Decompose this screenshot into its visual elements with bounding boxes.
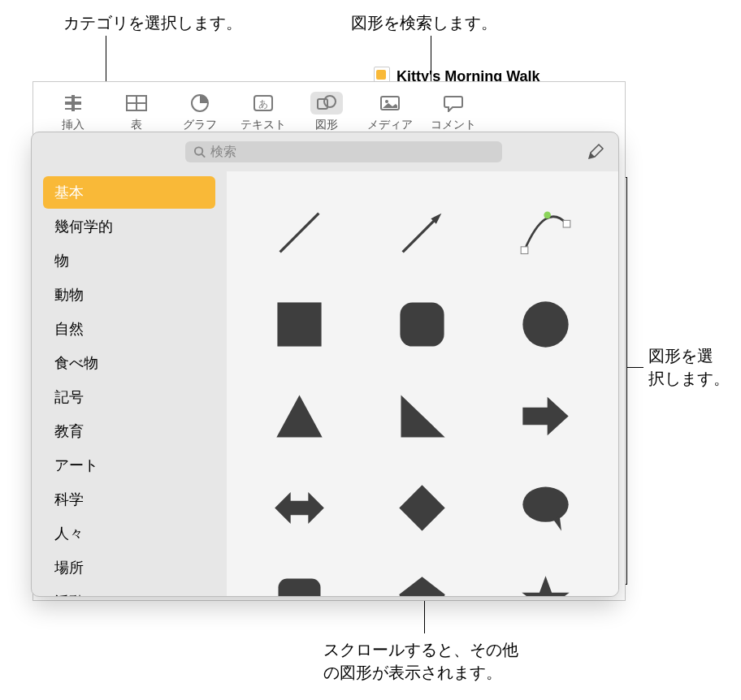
svg-rect-32 bbox=[279, 579, 321, 597]
shape-bezier[interactable] bbox=[515, 202, 576, 263]
category-item[interactable]: 自然 bbox=[43, 313, 215, 345]
toolbar-chart-label: グラフ bbox=[183, 118, 217, 132]
callout-category: カテゴリを選択します。 bbox=[63, 11, 242, 34]
svg-line-16 bbox=[280, 214, 319, 253]
toolbar: 挿入 表 グラフ あ テキスト 図形 bbox=[33, 82, 625, 137]
category-item[interactable]: 幾何学的 bbox=[43, 210, 215, 243]
category-item[interactable]: 活動 bbox=[43, 585, 215, 596]
toolbar-text-label: テキスト bbox=[240, 118, 286, 132]
pen-icon bbox=[587, 143, 604, 161]
svg-point-30 bbox=[522, 487, 568, 522]
svg-marker-27 bbox=[522, 397, 568, 436]
shape-icon bbox=[310, 92, 343, 115]
toolbar-media[interactable]: メディア bbox=[362, 92, 418, 132]
shape-pentagon[interactable] bbox=[392, 569, 453, 596]
shape-circle[interactable] bbox=[515, 294, 576, 355]
search-icon bbox=[193, 145, 206, 158]
category-item[interactable]: 教育 bbox=[43, 415, 215, 447]
shape-grid[interactable] bbox=[227, 171, 618, 596]
svg-marker-35 bbox=[522, 576, 570, 596]
category-item[interactable]: アート bbox=[43, 449, 215, 482]
category-item[interactable]: 人々 bbox=[43, 517, 215, 550]
shape-arrow-right[interactable] bbox=[515, 386, 576, 447]
shape-arrow-line[interactable] bbox=[392, 202, 453, 263]
svg-point-13 bbox=[385, 100, 388, 103]
insert-icon bbox=[57, 92, 89, 115]
shape-arrow-bidir[interactable] bbox=[269, 477, 330, 538]
search-input[interactable] bbox=[210, 145, 494, 159]
svg-marker-25 bbox=[276, 395, 322, 438]
chart-icon bbox=[184, 92, 216, 115]
svg-rect-10 bbox=[318, 99, 327, 109]
shape-line[interactable] bbox=[269, 202, 330, 263]
shape-square[interactable] bbox=[269, 294, 330, 355]
svg-marker-31 bbox=[552, 516, 561, 530]
toolbar-shape[interactable]: 図形 bbox=[298, 92, 355, 132]
callout-select: 図形を選 択します。 bbox=[648, 344, 730, 390]
toolbar-shape-label: 図形 bbox=[315, 118, 338, 132]
comment-icon bbox=[437, 92, 470, 115]
category-sidebar[interactable]: 基本幾何学的物動物自然食べ物記号教育アート科学人々場所活動 bbox=[32, 171, 227, 596]
svg-point-21 bbox=[544, 212, 551, 219]
category-item[interactable]: 動物 bbox=[43, 279, 215, 311]
svg-point-11 bbox=[324, 96, 336, 107]
toolbar-text[interactable]: あ テキスト bbox=[235, 92, 292, 132]
svg-marker-28 bbox=[275, 492, 324, 524]
toolbar-insert-label: 挿入 bbox=[62, 118, 84, 132]
draw-shape-button[interactable] bbox=[584, 140, 607, 163]
popover-body: 基本幾何学的物動物自然食べ物記号教育アート科学人々場所活動 bbox=[32, 171, 618, 596]
svg-rect-20 bbox=[563, 220, 570, 227]
svg-rect-3 bbox=[65, 108, 81, 110]
search-field[interactable] bbox=[185, 141, 502, 162]
category-item[interactable]: 食べ物 bbox=[43, 347, 215, 379]
shape-diamond[interactable] bbox=[392, 477, 453, 538]
callout-search: 図形を検索します。 bbox=[351, 11, 497, 34]
toolbar-chart[interactable]: グラフ bbox=[171, 92, 228, 132]
toolbar-table-label: 表 bbox=[131, 118, 142, 132]
svg-rect-2 bbox=[65, 97, 81, 98]
toolbar-media-label: メディア bbox=[367, 118, 413, 132]
category-item[interactable]: 物 bbox=[43, 244, 215, 277]
svg-rect-23 bbox=[401, 302, 444, 346]
table-icon bbox=[120, 92, 153, 115]
text-icon: あ bbox=[247, 92, 280, 115]
shape-rounded-square[interactable] bbox=[392, 294, 453, 355]
toolbar-comment-label: コメント bbox=[431, 118, 476, 132]
category-item[interactable]: 基本 bbox=[43, 176, 215, 209]
svg-point-14 bbox=[195, 147, 202, 154]
svg-rect-22 bbox=[278, 302, 322, 346]
svg-marker-26 bbox=[401, 395, 445, 438]
svg-rect-19 bbox=[521, 247, 528, 254]
svg-text:あ: あ bbox=[258, 98, 268, 110]
svg-point-24 bbox=[522, 301, 568, 347]
shape-speech-bubble[interactable] bbox=[515, 477, 576, 538]
shapes-popover: 基本幾何学的物動物自然食べ物記号教育アート科学人々場所活動 bbox=[31, 132, 619, 597]
shape-star[interactable] bbox=[515, 569, 576, 596]
media-icon bbox=[374, 92, 406, 115]
svg-line-17 bbox=[403, 217, 438, 252]
toolbar-table[interactable]: 表 bbox=[108, 92, 165, 132]
popover-header bbox=[32, 132, 618, 171]
shape-right-triangle[interactable] bbox=[392, 386, 453, 447]
callout-select-line bbox=[627, 367, 644, 368]
category-item[interactable]: 科学 bbox=[43, 483, 215, 516]
shape-triangle[interactable] bbox=[269, 386, 330, 447]
toolbar-comment[interactable]: コメント bbox=[425, 92, 482, 132]
category-item[interactable]: 場所 bbox=[43, 551, 215, 584]
callout-scroll: スクロールすると、その他 の図形が表示されます。 bbox=[323, 638, 518, 684]
toolbar-insert[interactable]: 挿入 bbox=[45, 92, 102, 132]
svg-marker-29 bbox=[400, 485, 445, 530]
svg-marker-34 bbox=[400, 577, 445, 596]
svg-line-15 bbox=[202, 154, 205, 158]
shape-callout-rect[interactable] bbox=[269, 569, 330, 596]
category-item[interactable]: 記号 bbox=[43, 381, 215, 413]
